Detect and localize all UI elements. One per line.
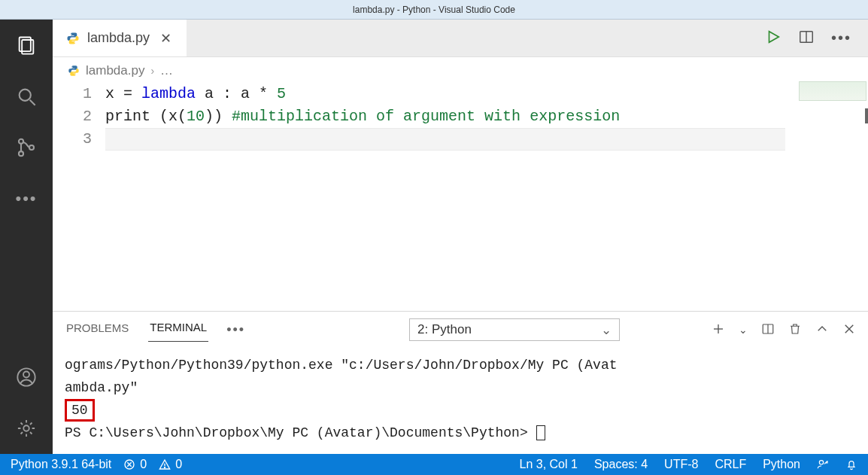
- chevron-right-icon: ›: [150, 65, 154, 77]
- run-icon[interactable]: [765, 29, 782, 47]
- code-editor[interactable]: 1 2 3 x = lambda a : a * 5 print (x(10))…: [53, 81, 868, 311]
- more-icon[interactable]: •••: [14, 187, 38, 211]
- line-number: 3: [53, 128, 92, 151]
- explorer-icon[interactable]: [14, 33, 38, 57]
- svg-marker-10: [769, 32, 778, 43]
- svg-point-9: [23, 425, 29, 431]
- account-icon[interactable]: [14, 365, 38, 389]
- status-warnings[interactable]: 0: [159, 458, 182, 471]
- minimap[interactable]: [799, 81, 866, 101]
- code-area[interactable]: x = lambda a : a * 5 print (x(10)) #mult…: [105, 83, 868, 311]
- svg-point-24: [819, 461, 823, 464]
- terminal-dropdown-icon[interactable]: ⌄: [739, 324, 748, 336]
- svg-point-6: [29, 145, 34, 150]
- terminal-cursor: [536, 425, 545, 440]
- kill-terminal-icon[interactable]: [788, 322, 802, 338]
- split-editor-icon[interactable]: [798, 29, 815, 47]
- status-encoding[interactable]: UTF-8: [664, 458, 698, 471]
- status-indentation[interactable]: Spaces: 4: [594, 458, 648, 471]
- bottom-panel: PROBLEMS TERMINAL ••• 2: Python ⌄ ⌄: [53, 311, 868, 454]
- svg-point-23: [165, 467, 165, 467]
- panel-tab-problems[interactable]: PROBLEMS: [65, 318, 130, 342]
- search-icon[interactable]: [14, 84, 38, 108]
- status-feedback-icon[interactable]: [817, 458, 829, 470]
- breadcrumb[interactable]: lambda.py › …: [53, 57, 868, 81]
- panel-more-icon[interactable]: •••: [226, 322, 245, 338]
- tab-lambda-py[interactable]: lambda.py ✕: [53, 20, 187, 56]
- line-number: 1: [53, 83, 92, 105]
- terminal-selector-label: 2: Python: [417, 322, 472, 337]
- window-title: lambda.py - Python - Visual Studio Code: [353, 5, 515, 15]
- close-panel-icon[interactable]: [842, 322, 856, 338]
- status-interpreter[interactable]: Python 3.9.1 64-bit: [11, 458, 111, 471]
- breadcrumb-file: lambda.py: [86, 63, 144, 78]
- svg-line-3: [30, 100, 35, 105]
- activity-bar: •••: [0, 20, 53, 454]
- line-number: 2: [53, 105, 92, 128]
- code-line-current[interactable]: [105, 128, 785, 151]
- status-notifications-icon[interactable]: [845, 458, 857, 470]
- settings-gear-icon[interactable]: [14, 416, 38, 440]
- svg-point-8: [23, 372, 29, 378]
- terminal-output[interactable]: ograms/Python/Python39/python.exe "c:/Us…: [53, 342, 868, 454]
- status-bar: Python 3.9.1 64-bit 0 0 Ln 3, Col 1 Spac…: [0, 454, 868, 475]
- terminal-prompt-line: PS C:\Users\John\Dropbox\My PC (Avatar)\…: [65, 422, 856, 444]
- content-column: lambda.py ✕ ••• lambda.py › …: [53, 20, 868, 454]
- terminal-selector[interactable]: 2: Python ⌄: [409, 318, 620, 341]
- scroll-marker[interactable]: [865, 108, 868, 123]
- code-line[interactable]: print (x(10)) #multiplication of argumen…: [105, 105, 785, 128]
- panel-header: PROBLEMS TERMINAL ••• 2: Python ⌄ ⌄: [53, 312, 868, 342]
- code-line[interactable]: x = lambda a : a * 5: [105, 83, 785, 105]
- status-language[interactable]: Python: [763, 458, 800, 471]
- split-terminal-icon[interactable]: [761, 322, 775, 338]
- svg-point-5: [19, 151, 23, 156]
- panel-tab-terminal[interactable]: TERMINAL: [148, 318, 208, 342]
- editor-more-icon[interactable]: •••: [831, 29, 851, 47]
- python-file-icon: [68, 65, 80, 77]
- new-terminal-icon[interactable]: [712, 322, 725, 338]
- status-cursor-position[interactable]: Ln 3, Col 1: [520, 458, 578, 471]
- status-errors[interactable]: 0: [123, 458, 147, 471]
- maximize-panel-icon[interactable]: [815, 322, 829, 338]
- terminal-line: ograms/Python/Python39/python.exe "c:/Us…: [65, 354, 856, 376]
- svg-point-2: [20, 90, 31, 101]
- titlebar: lambda.py - Python - Visual Studio Code: [0, 0, 868, 20]
- source-control-icon[interactable]: [14, 135, 38, 160]
- tab-close-icon[interactable]: ✕: [157, 29, 175, 48]
- line-gutter: 1 2 3: [53, 83, 105, 311]
- tab-filename: lambda.py: [87, 30, 150, 46]
- tab-bar: lambda.py ✕ •••: [53, 20, 868, 57]
- main-area: ••• lambda.py ✕: [0, 20, 868, 454]
- breadcrumb-rest: …: [160, 63, 173, 78]
- terminal-line: ambda.py": [65, 376, 856, 399]
- terminal-output-value: 50: [65, 399, 856, 422]
- status-eol[interactable]: CRLF: [715, 458, 746, 471]
- python-file-icon: [66, 32, 80, 45]
- chevron-down-icon: ⌄: [601, 322, 612, 338]
- svg-point-4: [19, 139, 23, 144]
